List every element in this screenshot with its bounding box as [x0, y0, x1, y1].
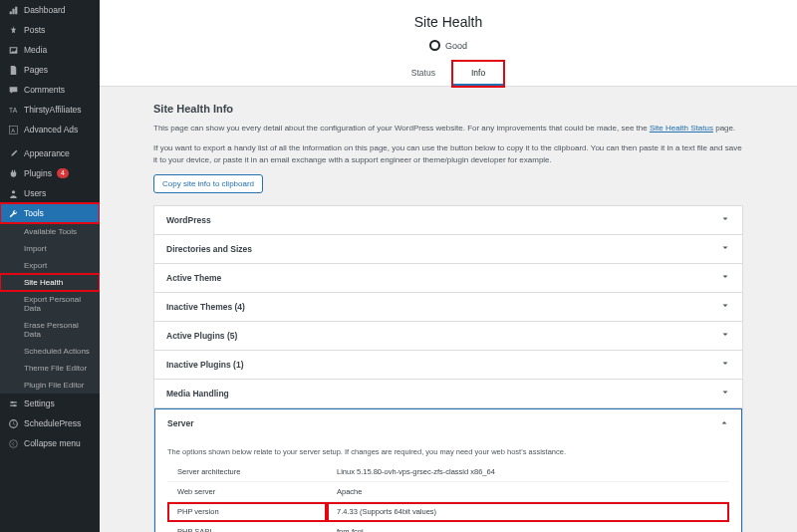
accordion-item: ServerThe options shown below relate to …	[154, 408, 742, 532]
user-icon	[7, 187, 19, 199]
menu-label: Tools	[24, 208, 44, 218]
dashboard-icon	[7, 4, 19, 16]
menu-item[interactable]: TAThirstyAffiliates	[0, 100, 100, 120]
menu-item[interactable]: AAdvanced Ads	[0, 120, 100, 139]
ta-icon: TA	[7, 104, 19, 116]
svg-text:TA: TA	[9, 106, 18, 113]
menu-label: Users	[24, 188, 46, 198]
menu-item[interactable]: Pages	[0, 60, 100, 80]
info-heading: Site Health Info	[153, 103, 743, 115]
menu-label: ThirstyAffiliates	[24, 105, 81, 115]
accordion-body: The options shown below relate to your s…	[155, 437, 741, 532]
svg-point-7	[9, 439, 17, 447]
menu-label: Plugins	[24, 168, 52, 178]
collapse-icon	[7, 437, 19, 449]
aads-icon: A	[7, 124, 19, 135]
accordion-header[interactable]: Directories and Sizes	[154, 235, 742, 263]
row-value: 7.4.33 (Supports 64bit values)	[327, 502, 729, 522]
submenu-item[interactable]: Site Health	[0, 274, 100, 291]
page-icon	[7, 64, 19, 76]
menu-label: Media	[24, 45, 47, 55]
accordion-item: WordPress	[154, 206, 742, 235]
chevron-down-icon	[720, 214, 730, 226]
accordion-item: Media Handling	[154, 380, 742, 408]
menu-item[interactable]: Settings	[0, 394, 100, 413]
menu-item[interactable]: Posts	[0, 20, 100, 40]
menu-item[interactable]: SchedulePress	[0, 413, 100, 433]
info-desc-1: This page can show you every detail abou…	[153, 123, 743, 134]
menu-label: Appearance	[24, 148, 70, 158]
accordion-header[interactable]: WordPress	[154, 206, 742, 234]
plug-icon	[7, 167, 19, 179]
accordion-item: Active Plugins (5)	[154, 322, 742, 351]
accordion-header[interactable]: Inactive Themes (4)	[154, 293, 742, 321]
menu-item[interactable]: Tools	[0, 203, 100, 223]
chevron-down-icon	[720, 330, 730, 342]
accordion-header[interactable]: Active Theme	[154, 264, 742, 292]
collapse-menu-button[interactable]: Collapse menu	[0, 433, 100, 453]
accordion-item: Directories and Sizes	[154, 235, 742, 264]
menu-item[interactable]: Comments	[0, 80, 100, 100]
tab-status[interactable]: Status	[394, 62, 453, 86]
submenu-item[interactable]: Export Personal Data	[0, 291, 100, 317]
status-gauge-icon	[429, 40, 440, 51]
info-desc-2: If you want to export a handy list of al…	[153, 142, 743, 166]
accordion-item: Inactive Themes (4)	[154, 293, 742, 322]
submenu-item[interactable]: Import	[0, 240, 100, 257]
tabs: Status Info	[100, 61, 797, 87]
chevron-down-icon	[720, 388, 730, 399]
menu-item[interactable]: Dashboard	[0, 0, 100, 20]
status-label: Good	[445, 41, 467, 51]
table-row: Web serverApache	[167, 482, 729, 502]
accordion-title: WordPress	[166, 215, 211, 225]
copy-site-info-button[interactable]: Copy site info to clipboard	[153, 174, 263, 193]
submenu-item[interactable]: Theme File Editor	[0, 360, 100, 377]
site-health-header: Site Health Good Status Info	[100, 0, 797, 87]
menu-item[interactable]: Appearance	[0, 143, 100, 163]
chevron-down-icon	[720, 243, 730, 255]
accordion-header[interactable]: Active Plugins (5)	[154, 322, 742, 350]
row-key: PHP version	[167, 502, 327, 522]
media-icon	[7, 44, 19, 56]
server-table: Server architectureLinux 5.15.80-ovh-vps…	[167, 462, 729, 532]
submenu-item[interactable]: Available Tools	[0, 223, 100, 240]
accordion-title: Directories and Sizes	[166, 244, 252, 254]
accordion-header[interactable]: Inactive Plugins (1)	[154, 351, 742, 379]
svg-point-4	[11, 400, 13, 402]
accordion-title: Active Theme	[166, 273, 221, 283]
menu-item[interactable]: Users	[0, 183, 100, 203]
accordion-item: Active Theme	[154, 264, 742, 293]
submenu-item[interactable]: Plugin File Editor	[0, 377, 100, 394]
info-section: Site Health Info This page can show you …	[130, 87, 767, 532]
tab-info[interactable]: Info	[453, 62, 503, 86]
submenu-item[interactable]: Export	[0, 257, 100, 274]
row-value: Apache	[327, 482, 729, 502]
accordion-header[interactable]: Media Handling	[154, 380, 742, 407]
table-row: PHP version7.4.33 (Supports 64bit values…	[167, 502, 729, 522]
menu-item[interactable]: Plugins4	[0, 163, 100, 183]
submenu-item[interactable]: Erase Personal Data	[0, 317, 100, 343]
table-row: PHP SAPIfpm-fcgi	[167, 522, 729, 533]
menu-item[interactable]: Media	[0, 40, 100, 60]
chevron-down-icon	[720, 272, 730, 284]
brush-icon	[7, 147, 19, 159]
wrench-icon	[7, 207, 19, 219]
accordion-item: Inactive Plugins (1)	[154, 351, 742, 380]
accordion-title: Inactive Plugins (1)	[166, 360, 243, 370]
comment-icon	[7, 84, 19, 96]
menu-label: Comments	[24, 85, 65, 95]
settings-icon	[7, 398, 19, 409]
accordion-title: Active Plugins (5)	[166, 331, 237, 341]
site-health-status-link[interactable]: Site Health Status	[650, 124, 713, 133]
svg-point-5	[13, 404, 15, 406]
server-note: The options shown below relate to your s…	[167, 447, 729, 456]
update-badge: 4	[57, 168, 69, 178]
schedule-icon	[7, 417, 19, 429]
accordion-header[interactable]: Server	[155, 409, 741, 437]
row-key: Server architecture	[167, 462, 327, 482]
menu-label: SchedulePress	[24, 418, 81, 428]
chevron-down-icon	[720, 301, 730, 313]
submenu-item[interactable]: Scheduled Actions	[0, 343, 100, 360]
svg-point-3	[11, 190, 14, 193]
row-value: fpm-fcgi	[327, 522, 729, 533]
